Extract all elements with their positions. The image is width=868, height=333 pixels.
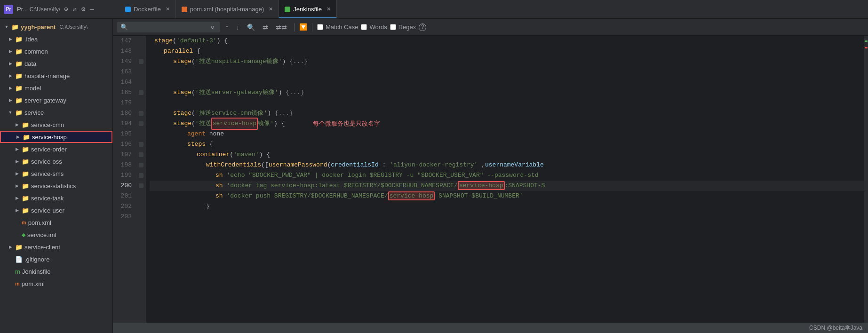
dockerfile-icon bbox=[125, 7, 131, 12]
line-numbers-gutter: 147 148 149 163 164 165 179 180 194 195 … bbox=[113, 36, 146, 323]
code-line-148: parallel { bbox=[150, 46, 868, 56]
main-layout: ▼ 📁 yygh-parent C:\Users\lfy\ ▶ 📁 .idea … bbox=[0, 19, 868, 333]
sidebar-item-service-user[interactable]: ▶ 📁 service-user bbox=[0, 204, 112, 216]
indicator-dot-red bbox=[865, 47, 868, 48]
chevron-right-icon: ▶ bbox=[8, 48, 13, 54]
search-clear-btn[interactable]: ↺ bbox=[209, 23, 216, 32]
sidebar-item-service-client[interactable]: ▶ 📁 service-client bbox=[0, 241, 112, 253]
chevron-right-icon: ▶ bbox=[14, 122, 20, 127]
code-content[interactable]: stage('default-3') { parallel { stage('推… bbox=[146, 36, 868, 323]
hospital-folder-icon: 📁 bbox=[15, 72, 23, 79]
search-find-btn[interactable]: 🔍 bbox=[245, 23, 257, 32]
editor-content: 147 148 149 163 164 165 179 180 194 195 … bbox=[113, 36, 868, 323]
sidebar-item-model[interactable]: ▶ 📁 model bbox=[0, 82, 112, 94]
words-checkbox[interactable] bbox=[361, 24, 367, 30]
search-input[interactable] bbox=[131, 24, 206, 31]
search-replace-btn[interactable]: ⇄ bbox=[260, 23, 271, 32]
root-folder-icon: 📁 bbox=[11, 24, 19, 31]
search-up-btn[interactable]: ↑ bbox=[223, 23, 231, 32]
task-folder-icon: 📁 bbox=[22, 195, 29, 202]
separator2 bbox=[312, 23, 312, 32]
minus-icon[interactable]: — bbox=[90, 6, 94, 13]
status-text: CSDN @beita学Java bbox=[809, 324, 862, 332]
data-folder-icon: 📁 bbox=[15, 60, 23, 67]
sidebar-item-pom-root[interactable]: ▶ m pom.xml bbox=[0, 278, 112, 290]
jenkins-icon bbox=[285, 7, 290, 12]
code-line-196: steps { bbox=[150, 139, 868, 150]
chevron-right-icon: ▶ bbox=[14, 146, 20, 152]
chevron-right-icon: ▶ bbox=[8, 85, 13, 91]
sidebar-item-data[interactable]: ▶ 📁 data bbox=[0, 57, 112, 70]
sidebar-item-server-gateway[interactable]: ▶ 📁 server-gateway bbox=[0, 94, 112, 106]
code-line-195: agent none bbox=[150, 129, 868, 139]
service-folder-icon: 📁 bbox=[15, 109, 23, 116]
sidebar-item-service-oss[interactable]: ▶ 📁 service-oss bbox=[0, 155, 112, 167]
code-line-197: container('maven') { bbox=[150, 150, 868, 160]
title-bar: Pr Pr... C:\Users\lfy\ ⊕ ⇌ ⚙ — Dockerfil… bbox=[0, 0, 868, 19]
sidebar-item-common[interactable]: ▶ 📁 common bbox=[0, 45, 112, 57]
sidebar-item-service-cmn[interactable]: ▶ 📁 service-cmn bbox=[0, 119, 112, 131]
pom-icon: m bbox=[22, 220, 26, 225]
tab-jenkinsfile[interactable]: Jenkinsfile ✕ bbox=[279, 0, 337, 18]
gutter bbox=[136, 36, 146, 222]
settings-h-icon[interactable]: ⇌ bbox=[73, 5, 77, 13]
gateway-folder-icon: 📁 bbox=[15, 97, 23, 104]
gutter-mark bbox=[139, 163, 143, 167]
filter-icon[interactable]: 🔽 bbox=[299, 23, 307, 31]
pom-root-icon: m bbox=[15, 281, 20, 286]
tab-close-dockerfile[interactable]: ✕ bbox=[166, 6, 170, 12]
sidebar-item-hospital-manage[interactable]: ▶ 📁 hospital-manage bbox=[0, 70, 112, 82]
help-icon[interactable]: ? bbox=[419, 24, 426, 31]
match-case-checkbox[interactable] bbox=[317, 24, 323, 30]
sidebar-item-service-task[interactable]: ▶ 📁 service-task bbox=[0, 192, 112, 204]
sidebar-item-jenkinsfile[interactable]: ▶ m Jenkinsfile bbox=[0, 265, 112, 278]
chevron-down-icon: ▼ bbox=[8, 110, 13, 115]
app-icon: Pr bbox=[4, 5, 13, 14]
gutter-mark bbox=[139, 59, 143, 64]
line-numbers: 147 148 149 163 164 165 179 180 194 195 … bbox=[113, 36, 136, 222]
chevron-right-icon: ▶ bbox=[8, 244, 13, 250]
chevron-down-icon: ▼ bbox=[4, 24, 9, 30]
chevron-right-icon: ▶ bbox=[14, 195, 20, 201]
tab-pom[interactable]: pom.xml (hospital-manage) ✕ bbox=[176, 0, 279, 18]
sidebar-item-service-iml[interactable]: ▶ ◆ service.iml bbox=[0, 229, 112, 241]
search-down-btn[interactable]: ↓ bbox=[234, 23, 242, 32]
editor-area: 🔍 ↺ ↑ ↓ 🔍 ⇄ ⇄⇄ 🔽 Match Case Words Reg bbox=[113, 19, 868, 333]
chevron-right-icon: ▶ bbox=[14, 171, 20, 176]
title-bar-left: Pr Pr... C:\Users\lfy\ ⊕ ⇌ ⚙ — bbox=[4, 5, 117, 14]
code-line-149: stage('推送hospital-manage镜像') {...} bbox=[150, 56, 868, 67]
sidebar-item-service-statistics[interactable]: ▶ 📁 service-statistics bbox=[0, 180, 112, 192]
regex-option[interactable]: Regex bbox=[390, 24, 416, 31]
gutter-mark bbox=[139, 111, 143, 116]
words-option[interactable]: Words bbox=[361, 24, 387, 31]
tab-dockerfile[interactable]: Dockerfile ✕ bbox=[119, 0, 176, 18]
gutter-mark bbox=[139, 121, 143, 126]
code-view: 147 148 149 163 164 165 179 180 194 195 … bbox=[113, 36, 868, 323]
settings-icon[interactable]: ⚙ bbox=[81, 5, 85, 13]
sidebar-item-service-sms[interactable]: ▶ 📁 service-sms bbox=[0, 167, 112, 180]
sidebar-item-gitignore[interactable]: ▶ 📄 .gitignore bbox=[0, 253, 112, 265]
sidebar: ▼ 📁 yygh-parent C:\Users\lfy\ ▶ 📁 .idea … bbox=[0, 19, 113, 333]
match-case-option[interactable]: Match Case bbox=[317, 24, 358, 31]
indicator-dot-green bbox=[865, 40, 868, 42]
cmn-folder-icon: 📁 bbox=[22, 121, 29, 128]
statistics-folder-icon: 📁 bbox=[22, 182, 29, 190]
sidebar-item-root[interactable]: ▼ 📁 yygh-parent C:\Users\lfy\ bbox=[0, 21, 112, 33]
sidebar-item-idea[interactable]: ▶ 📁 .idea bbox=[0, 33, 112, 45]
search-magnifier-icon: 🔍 bbox=[120, 24, 128, 31]
regex-checkbox[interactable] bbox=[390, 24, 396, 30]
code-line-201: sh 'docker push $REGISTRY/$DOCKERHUB_NAM… bbox=[150, 191, 868, 201]
gutter-mark bbox=[139, 142, 143, 147]
code-line-199: sh 'echo "$DOCKER_PWD_VAR" | docker logi… bbox=[150, 170, 868, 181]
gutter-mark bbox=[139, 173, 143, 178]
sidebar-item-service-order[interactable]: ▶ 📁 service-order bbox=[0, 143, 112, 155]
sidebar-item-service[interactable]: ▼ 📁 service bbox=[0, 106, 112, 119]
tab-close-jenkins[interactable]: ✕ bbox=[326, 6, 331, 12]
globe-icon[interactable]: ⊕ bbox=[64, 5, 68, 13]
status-bar: CSDN @beita学Java bbox=[113, 323, 868, 333]
sidebar-item-pom-service[interactable]: ▶ m pom.xml bbox=[0, 216, 112, 229]
search-replace-all-btn[interactable]: ⇄⇄ bbox=[273, 23, 289, 32]
tab-close-pom[interactable]: ✕ bbox=[269, 6, 273, 12]
gitignore-icon: 📄 bbox=[15, 256, 23, 263]
sidebar-item-service-hosp[interactable]: ▶ 📁 service-hosp bbox=[0, 131, 112, 143]
